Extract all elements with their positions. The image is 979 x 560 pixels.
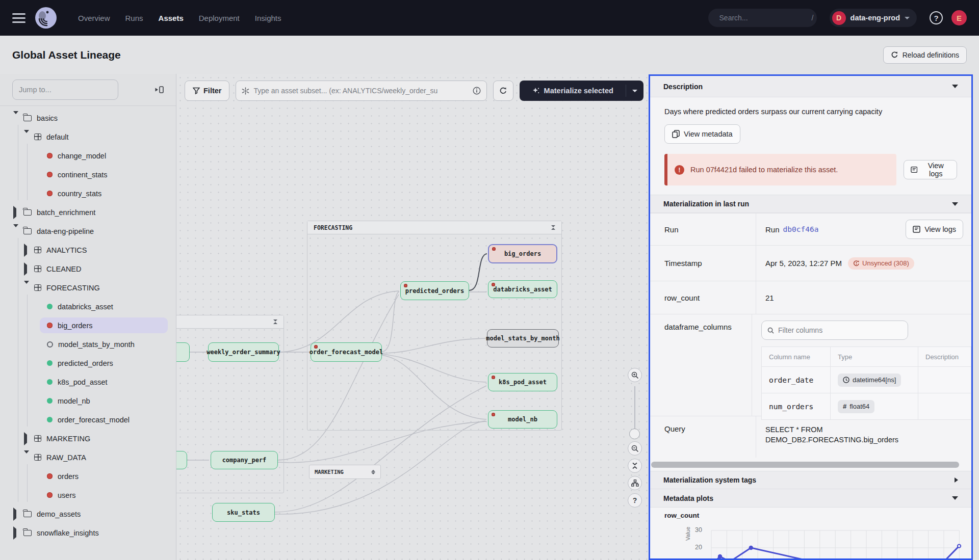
filter-columns-input[interactable] bbox=[778, 326, 902, 334]
view-logs-button[interactable]: View logs bbox=[904, 160, 957, 179]
tree-item-basics[interactable]: basics bbox=[0, 109, 176, 127]
horizontal-scrollbar[interactable] bbox=[651, 462, 959, 468]
tree-item-default[interactable]: default bbox=[0, 127, 176, 146]
asset-node-partial[interactable] bbox=[176, 451, 187, 469]
section-materialization-system-tags[interactable]: Materialization system tags bbox=[650, 471, 971, 489]
row-query: Query SELECT * FROM DEMO_DB2.FORECASTING… bbox=[650, 416, 971, 458]
asset-node-order-forecast-model[interactable]: order_forecast_model bbox=[311, 342, 382, 362]
lineage-graph-canvas[interactable]: FORECASTING weekly_order_summary order_f… bbox=[176, 74, 649, 560]
tree-item-model-stats-by-month[interactable]: model_stats_by_month bbox=[0, 335, 176, 354]
tree-item-users[interactable]: users bbox=[0, 486, 176, 504]
tree-item-demo-assets[interactable]: demo_assets bbox=[0, 504, 176, 523]
filter-button[interactable]: Filter bbox=[185, 81, 229, 101]
asset-node-big-orders[interactable]: big_orders bbox=[488, 244, 557, 263]
asset-subset-input[interactable] bbox=[253, 87, 469, 95]
unsynced-badge[interactable]: Unsynced (308) bbox=[848, 257, 914, 270]
nav-insights[interactable]: Insights bbox=[255, 14, 281, 22]
asset-node-k8s-pod-asset[interactable]: k8s_pod_asset bbox=[488, 373, 557, 391]
asset-subset-field[interactable] bbox=[236, 81, 487, 101]
asset-node-databricks-asset[interactable]: databricks_asset bbox=[488, 280, 557, 298]
global-search[interactable]: / bbox=[708, 9, 817, 27]
asset-node-partial[interactable] bbox=[176, 342, 190, 362]
clock-icon bbox=[843, 377, 849, 383]
deployment-switcher[interactable]: D data-eng-prod bbox=[830, 9, 917, 27]
user-avatar[interactable]: E bbox=[951, 10, 967, 25]
folder-icon bbox=[23, 209, 32, 216]
caret-down-icon bbox=[24, 130, 29, 141]
section-metadata-plots[interactable]: Metadata plots bbox=[650, 489, 971, 508]
section-materialization-last-run[interactable]: Materialization in last run bbox=[650, 195, 971, 213]
nav-runs[interactable]: Runs bbox=[125, 14, 143, 22]
asset-tree-sidebar: basics default change_model continent_st… bbox=[0, 74, 176, 560]
caret-right-icon bbox=[13, 526, 16, 540]
tree-item-model-nb[interactable]: model_nb bbox=[0, 391, 176, 410]
asset-node-weekly-order-summary[interactable]: weekly_order_summary bbox=[208, 342, 279, 362]
tree-item-cleaned[interactable]: CLEANED bbox=[0, 259, 176, 278]
tree-item-continent-stats[interactable]: continent_stats bbox=[0, 165, 176, 184]
asset-node-model-stats-by-month[interactable]: model_stats_by_month bbox=[487, 329, 559, 348]
tree-item-data-eng-pipeline[interactable]: data-eng-pipeline bbox=[0, 222, 176, 241]
zoom-out-button[interactable] bbox=[628, 441, 642, 456]
materialize-selected-button[interactable]: Materialize selected bbox=[520, 81, 643, 101]
run-id-link[interactable]: db0cf46a bbox=[783, 225, 819, 233]
tree-item-predicted-orders[interactable]: predicted_orders bbox=[0, 354, 176, 372]
tree-item-k8s-pod-asset[interactable]: k8s_pod_asset bbox=[0, 372, 176, 391]
refresh-graph-button[interactable] bbox=[493, 81, 513, 101]
jump-to-input[interactable] bbox=[12, 79, 118, 100]
nav-assets[interactable]: Assets bbox=[159, 14, 184, 22]
page-title: Global Asset Lineage bbox=[12, 49, 121, 61]
asset-node-model-nb[interactable]: model_nb bbox=[488, 410, 557, 429]
asset-node-company-perf[interactable]: company_perf bbox=[211, 451, 278, 469]
caret-down-icon bbox=[13, 224, 18, 235]
run-id-link[interactable]: 07f4421d bbox=[706, 166, 737, 174]
search-input[interactable] bbox=[719, 14, 812, 22]
materialized-status-dot bbox=[47, 304, 53, 309]
zoom-slider-handle[interactable] bbox=[629, 429, 640, 439]
group-header[interactable] bbox=[176, 315, 284, 329]
asset-node-sku-stats[interactable]: sku_stats bbox=[212, 503, 275, 522]
filter-columns-field[interactable] bbox=[761, 321, 908, 340]
tree-item-analytics[interactable]: ANALYTICS bbox=[0, 241, 176, 259]
row-row-count: row_count 21 bbox=[650, 281, 971, 314]
tree-item-big-orders[interactable]: big_orders bbox=[0, 316, 176, 335]
tree-item-databricks-asset[interactable]: databricks_asset bbox=[0, 297, 176, 316]
failed-status-dot bbox=[47, 323, 53, 328]
expand-group-icon[interactable] bbox=[371, 470, 375, 474]
tree-item-raw-data[interactable]: RAW_DATA bbox=[0, 448, 176, 467]
reload-definitions-button[interactable]: Reload definitions bbox=[883, 46, 967, 64]
tree-item-orders[interactable]: orders bbox=[0, 467, 176, 486]
tree-item-snowflake-insights[interactable]: snowflake_insights bbox=[0, 523, 176, 542]
section-description[interactable]: Description bbox=[650, 76, 971, 97]
info-icon[interactable] bbox=[473, 87, 481, 95]
nav-overview[interactable]: Overview bbox=[78, 14, 110, 22]
zoom-slider[interactable] bbox=[634, 386, 635, 437]
row-timestamp: Timestamp Apr 5, 2023, 12:27 PM Unsynced… bbox=[650, 245, 971, 281]
table-row: num_orders # float64 bbox=[762, 393, 971, 419]
tree-item-batch-enrichment[interactable]: batch_enrichment bbox=[0, 203, 176, 222]
collapse-group-icon[interactable] bbox=[551, 225, 555, 230]
collapsed-group-marketing[interactable]: MARKETING bbox=[309, 465, 381, 479]
graph-layout-button[interactable] bbox=[628, 476, 642, 490]
collapse-sidebar-button[interactable] bbox=[149, 80, 169, 99]
nav-deployment[interactable]: Deployment bbox=[199, 14, 240, 22]
view-metadata-button[interactable]: View metadata bbox=[664, 124, 740, 144]
dagster-logo-icon[interactable] bbox=[35, 7, 57, 29]
hamburger-menu-icon[interactable] bbox=[12, 13, 25, 23]
zoom-in-button[interactable] bbox=[628, 368, 642, 382]
page-header: Global Asset Lineage Reload definitions bbox=[0, 36, 979, 74]
tree-item-forecasting[interactable]: FORECASTING bbox=[0, 278, 176, 297]
view-logs-button[interactable]: View logs bbox=[906, 220, 963, 239]
graph-help-button[interactable]: ? bbox=[628, 493, 642, 508]
collapse-all-groups-button[interactable] bbox=[628, 459, 642, 473]
tree-item-marketing[interactable]: MARKETING bbox=[0, 429, 176, 448]
tree-item-change-model[interactable]: change_model bbox=[0, 146, 176, 165]
collapse-group-icon[interactable] bbox=[273, 319, 277, 324]
asset-node-predicted-orders[interactable]: predicted_orders bbox=[400, 281, 469, 300]
group-header[interactable]: FORECASTING bbox=[307, 221, 561, 234]
caret-down-icon bbox=[24, 281, 29, 292]
materialize-options-caret[interactable] bbox=[626, 90, 643, 92]
tree-item-order-forecast-model[interactable]: order_forecast_model bbox=[0, 410, 176, 429]
tree-item-country-stats[interactable]: country_stats bbox=[0, 184, 176, 203]
logs-icon bbox=[911, 166, 917, 173]
help-icon[interactable]: ? bbox=[930, 11, 943, 24]
